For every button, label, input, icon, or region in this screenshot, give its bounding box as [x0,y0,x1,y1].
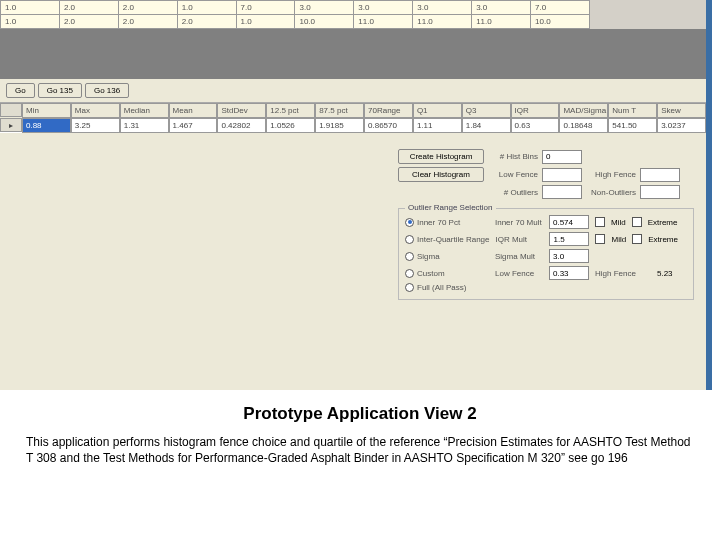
outliers-label: # Outliers [488,188,538,197]
cell[interactable]: 10.0 [531,15,590,29]
val-median[interactable]: 1.31 [120,118,169,133]
cell[interactable]: 11.0 [472,15,531,29]
col-87-5-pct[interactable]: 87.5 pct [315,103,364,118]
col-num-t[interactable]: Num T [608,103,657,118]
extreme-label-2: Extreme [648,235,678,244]
cell[interactable]: 10.0 [295,15,354,29]
hist-bins-input[interactable] [542,150,582,164]
caption-title: Prototype Application View 2 [16,404,704,424]
low-fence-label: Low Fence [488,170,538,179]
row-indicator[interactable]: ▸ [0,118,22,132]
col-70range[interactable]: 70Range [364,103,413,118]
table-row: 1.0 2.0 2.0 1.0 7.0 3.0 3.0 3.0 3.0 7.0 [1,1,590,15]
val-12-5-pct[interactable]: 1.0526 [266,118,315,133]
table-row: 1.0 2.0 2.0 2.0 1.0 10.0 11.0 11.0 11.0 … [1,15,590,29]
col-median[interactable]: Median [120,103,169,118]
cell[interactable]: 2.0 [59,15,118,29]
top-data-grid[interactable]: 1.0 2.0 2.0 1.0 7.0 3.0 3.0 3.0 3.0 7.0 … [0,0,706,29]
val-q3[interactable]: 1.84 [462,118,511,133]
mild-checkbox-2[interactable] [595,234,605,244]
radio-inner-70-pct-label: Inner 70 Pct [417,218,460,227]
radio-custom-label: Custom [417,269,445,278]
cell[interactable]: 11.0 [354,15,413,29]
outlier-range-fieldset: Outlier Range Selection Inner 70 Pct Inn… [398,208,694,300]
col-stddev[interactable]: StdDev [217,103,266,118]
controls-panel: Create Histogram # Hist Bins Clear Histo… [0,143,706,304]
sigma-mult-input[interactable] [549,249,589,263]
val-70range[interactable]: 0.86570 [364,118,413,133]
triangle-right-icon: ▸ [9,121,13,130]
clear-histogram-button[interactable]: Clear Histogram [398,167,484,182]
cell[interactable]: 11.0 [413,15,472,29]
outlier-low-fence-input[interactable] [549,266,589,280]
cell[interactable]: 2.0 [177,15,236,29]
cell[interactable]: 2.0 [118,15,177,29]
mild-label-1: Mild [611,218,626,227]
outliers-input[interactable] [542,185,582,199]
cell[interactable]: 1.0 [1,15,60,29]
radio-custom[interactable] [405,269,414,278]
cell[interactable]: 7.0 [531,1,590,15]
val-min[interactable]: 0.88 [22,118,71,133]
radio-sigma[interactable] [405,252,414,261]
go-button[interactable]: Go [6,83,35,98]
cell[interactable]: 1.0 [236,15,295,29]
inner-70-mult-input[interactable] [549,215,589,229]
cell[interactable]: 2.0 [118,1,177,15]
cell[interactable]: 1.0 [177,1,236,15]
extreme-checkbox-2[interactable] [632,234,642,244]
col-iqr[interactable]: IQR [511,103,560,118]
val-mean[interactable]: 1.467 [169,118,218,133]
val-num-t[interactable]: 541.50 [608,118,657,133]
extreme-label-1: Extreme [648,218,678,227]
outlier-high-fence-label: High Fence [595,269,651,278]
mild-checkbox-1[interactable] [595,217,605,227]
col-mean[interactable]: Mean [169,103,218,118]
val-skew[interactable]: 3.0237 [657,118,706,133]
radio-sigma-label: Sigma [417,252,440,261]
outlier-high-fence-value: 5.23 [657,269,673,278]
go-136-button[interactable]: Go 136 [85,83,129,98]
cell[interactable]: 3.0 [295,1,354,15]
gray-separator [0,29,706,79]
val-iqr[interactable]: 0.63 [511,118,560,133]
extreme-checkbox-1[interactable] [632,217,642,227]
outlier-range-legend: Outlier Range Selection [405,203,496,212]
cell[interactable]: 3.0 [413,1,472,15]
radio-iqr[interactable] [405,235,414,244]
create-histogram-button[interactable]: Create Histogram [398,149,484,164]
go-135-button[interactable]: Go 135 [38,83,82,98]
val-87-5-pct[interactable]: 1.9185 [315,118,364,133]
action-button-row: Go Go 135 Go 136 [0,79,706,102]
col-q3[interactable]: Q3 [462,103,511,118]
cell[interactable]: 7.0 [236,1,295,15]
inner-70-mult-label: Inner 70 Mult [495,218,543,227]
radio-full-pass[interactable] [405,283,414,292]
mild-label-2: Mild [611,235,626,244]
val-max[interactable]: 3.25 [71,118,120,133]
cell[interactable]: 1.0 [1,1,60,15]
row-header-blank [0,103,22,117]
stats-value-row: ▸ 0.88 3.25 1.31 1.467 0.42802 1.0526 1.… [0,118,706,133]
col-skew[interactable]: Skew [657,103,706,118]
val-mad-sigma[interactable]: 0.18648 [559,118,608,133]
non-outliers-input[interactable] [640,185,680,199]
col-min[interactable]: Min [22,103,71,118]
col-12-5-pct[interactable]: 12.5 pct [266,103,315,118]
iqr-mult-input[interactable] [549,232,589,246]
val-q1[interactable]: 1.11 [413,118,462,133]
cell[interactable]: 2.0 [59,1,118,15]
val-stddev[interactable]: 0.42802 [217,118,266,133]
low-fence-input[interactable] [542,168,582,182]
col-q1[interactable]: Q1 [413,103,462,118]
stats-header-row: Min Max Median Mean StdDev 12.5 pct 87.5… [0,102,706,118]
cell[interactable]: 3.0 [354,1,413,15]
outlier-low-fence-label: Low Fence [495,269,543,278]
radio-inner-70-pct[interactable] [405,218,414,227]
cell[interactable]: 3.0 [472,1,531,15]
radio-full-pass-label: Full (All Pass) [417,283,466,292]
col-max[interactable]: Max [71,103,120,118]
high-fence-label: High Fence [586,170,636,179]
high-fence-input[interactable] [640,168,680,182]
col-mad-sigma[interactable]: MAD/Sigma [559,103,608,118]
